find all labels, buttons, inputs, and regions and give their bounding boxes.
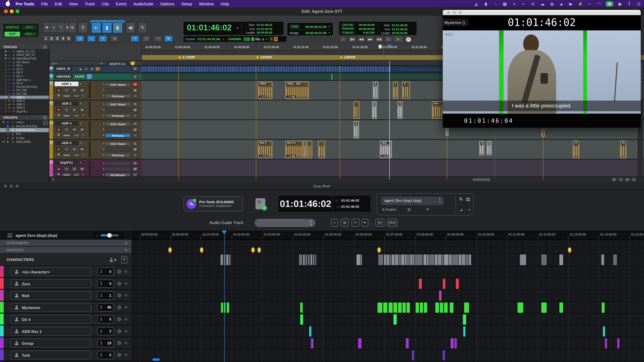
add-character-button[interactable]: +: [109, 257, 117, 263]
audio-clip[interactable]: [318, 141, 325, 158]
cue-clip-group[interactable]: [450, 338, 454, 348]
group-b[interactable]: bFutz DX (Futz): [0, 128, 49, 132]
timeline-zoom-slider[interactable]: ↔: [93, 232, 124, 239]
collapse-icon[interactable]: ▼: [50, 160, 53, 164]
sidebar-track-dx-2[interactable]: ≫DX 2: [0, 67, 49, 71]
zoom-preset-5[interactable]: 5: [66, 36, 72, 41]
name-dd-icon[interactable]: ▼: [80, 142, 82, 144]
cue-clip-group[interactable]: [617, 338, 619, 348]
group-e[interactable]: eADR (ADR): [0, 140, 49, 144]
character-count[interactable]: Σ1: [97, 292, 114, 300]
sidebar-track-ov-stereo[interactable]: ≫OV Stereo: [0, 60, 49, 64]
cut-button[interactable]: ✂: [352, 219, 360, 227]
battery-icon[interactable]: ⚡: [578, 1, 583, 6]
sidebar-track-adr-rec-1[interactable]: ≫ADR Rec 1: [0, 78, 49, 81]
cue-clip-mysterion[interactable]: [398, 303, 402, 313]
character-count[interactable]: Σ46: [97, 303, 114, 311]
cue-clip-mysterion[interactable]: [444, 303, 448, 313]
minimize-button[interactable]: [453, 11, 456, 14]
gear-icon[interactable]: ⚙: [117, 352, 122, 358]
audio-clip-a[interactable]: A: [398, 101, 402, 119]
track-btn-I[interactable]: I: [64, 167, 70, 171]
session-dropdown[interactable]: agent Zero (dup) (dup) ▲▼: [381, 197, 444, 205]
collapse-icon[interactable]: ▼: [50, 121, 53, 124]
track-btn-●[interactable]: ●: [56, 88, 62, 92]
audio-clip-bad-g[interactable]: Bad G⊥ 0 dl: [258, 141, 272, 158]
cue-clip-zero[interactable]: [443, 279, 445, 289]
adobe-cc-icon[interactable]: ◭: [474, 1, 480, 6]
wrench-icon[interactable]: ⚒: [50, 115, 52, 118]
character-name-box[interactable]: Mysterion: [11, 303, 91, 312]
mute-badge[interactable]: M: [274, 37, 278, 41]
cue-clip-red[interactable]: [439, 291, 442, 301]
track-name[interactable]: ADR 1: [54, 82, 78, 86]
film-reel-icon[interactable]: ✇: [426, 208, 429, 212]
audio-clip-a[interactable]: A: [393, 82, 398, 99]
duplicate-session-icon[interactable]: ⧉: [466, 196, 470, 203]
track-btn-●[interactable]: ●: [56, 107, 62, 112]
insert-slot-1[interactable]: EQ3 7-Band: [105, 102, 131, 106]
cue-clip-turk[interactable]: [443, 350, 445, 360]
film-icon[interactable]: ▦: [502, 1, 508, 6]
track-header-adr-2[interactable]: ▼ADR 2▼●ISM◔✻wavered⊥⚒EQ3 7-BandProComp⊡…: [49, 100, 142, 120]
view-wave-button[interactable]: wave: [62, 114, 72, 117]
cue-playhead-icon[interactable]: [222, 231, 227, 234]
group-a[interactable]: aPrd DX (Prd DX): [0, 124, 49, 128]
comments-button[interactable]: ▤: [132, 127, 138, 132]
menu-track[interactable]: Track: [85, 1, 95, 6]
cue-clip-mysterion[interactable]: [394, 303, 397, 313]
cue-marker-icon[interactable]: [252, 248, 255, 252]
track-window-button[interactable]: ⊡: [132, 102, 138, 106]
go-to-end-button[interactable]: ▶▮: [376, 36, 383, 42]
wrench-icon[interactable]: ⚒: [50, 155, 52, 158]
insert-slot-2[interactable]: [105, 147, 131, 151]
zoomer-tool[interactable]: ⚲: [78, 22, 88, 33]
gear-icon[interactable]: ⚙: [117, 328, 122, 334]
character-row-zero[interactable]: ZeroΣ4⚙+: [0, 278, 132, 290]
gear-icon[interactable]: ⚙: [117, 305, 122, 310]
audio-guide-dropdown[interactable]: ▲▼: [255, 219, 316, 227]
audio-clip[interactable]: [372, 101, 377, 119]
color-red-button[interactable]: red: [73, 173, 80, 177]
edit-pencil-icon[interactable]: ✎: [459, 196, 463, 202]
zoom-tool-0[interactable]: ≡: [612, 177, 617, 182]
zoom-preset-4[interactable]: 4: [60, 36, 66, 41]
gear-icon[interactable]: ⚙: [117, 293, 122, 299]
character-name-box[interactable]: Turk: [11, 351, 91, 360]
track-header-adr-4[interactable]: ▼ADR 4▼●ISM◔✻wavered⊥⚒EQ3 7-BandProComp⊡…: [49, 140, 142, 159]
asterisk-icon[interactable]: ✻: [58, 153, 60, 156]
sidebar-track-amxz-fx-gt[interactable]: ≫AMXZ_FX_GT: [0, 50, 49, 53]
link-toggle-0[interactable]: ∿: [131, 35, 139, 42]
cloud-icon[interactable]: ☁: [540, 1, 546, 6]
mode-slip[interactable]: SLIP: [4, 31, 20, 37]
insert-slot-2[interactable]: [105, 88, 131, 92]
track-view-icon[interactable]: ▥ ▾: [52, 62, 57, 65]
characters-section[interactable]: CHARACTERS +: [0, 254, 132, 266]
character-row-red[interactable]: RedΣ1⚙+: [0, 290, 132, 302]
audio-clip[interactable]: [304, 141, 306, 158]
scrubber-tool[interactable]: ◀): [126, 22, 136, 33]
menu-window[interactable]: Window: [199, 1, 214, 6]
add-cue-button[interactable]: +: [124, 352, 128, 358]
automation-icon[interactable]: ◔: [53, 133, 55, 136]
cue-clip-mysterion[interactable]: [383, 303, 387, 313]
add-button[interactable]: +: [331, 219, 338, 227]
zoom-slider-knob[interactable]: [107, 233, 112, 237]
collapse-icon[interactable]: ▼: [50, 66, 53, 70]
cue-marker-icon[interactable]: [168, 248, 172, 252]
add-marker-button[interactable]: +: [125, 248, 127, 252]
cue-clip-mysterion[interactable]: [518, 303, 523, 313]
cue-clip-mysterion[interactable]: [402, 303, 406, 313]
cue-marker-icon[interactable]: [568, 248, 571, 252]
add-insert-button[interactable]: ＋: [132, 94, 138, 98]
duplicate-button[interactable]: ⧉: [341, 219, 349, 227]
cue-clip-group[interactable]: [605, 338, 607, 348]
window-switcher-icon[interactable]: ⫿: [626, 1, 632, 6]
trim-tool[interactable]: ⇤: [91, 22, 102, 33]
character-name-box[interactable]: ADR Rec 1: [11, 327, 91, 336]
remove-session-button[interactable]: −: [468, 206, 471, 213]
insert-slot-2[interactable]: [105, 108, 131, 112]
add-cue-button[interactable]: +: [124, 328, 128, 334]
gear-icon[interactable]: ⚙: [117, 281, 122, 287]
track-name[interactable]: ADR 2: [54, 101, 78, 106]
